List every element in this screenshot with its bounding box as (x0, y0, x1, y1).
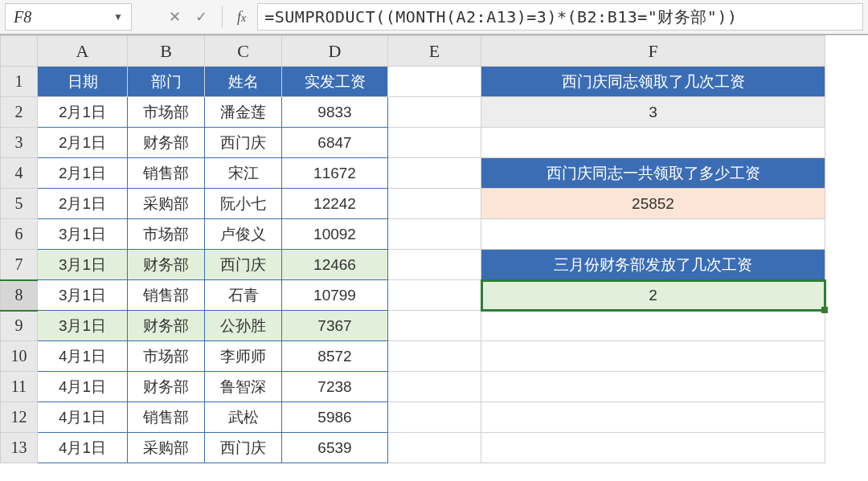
cell-C3[interactable]: 西门庆 (205, 128, 282, 158)
chevron-down-icon[interactable]: ▼ (113, 11, 123, 23)
cell-F9[interactable] (481, 311, 825, 341)
cell-B2[interactable]: 市场部 (128, 97, 205, 128)
cell-E6[interactable] (388, 219, 481, 250)
column-header-E[interactable]: E (388, 36, 481, 67)
summary-value-5[interactable]: 25852 (481, 189, 825, 219)
row-header-8[interactable]: 8 (1, 280, 38, 311)
table-header-D[interactable]: 实发工资 (282, 67, 388, 97)
cell-F12[interactable] (481, 402, 825, 433)
cell-D10[interactable]: 8572 (282, 341, 388, 372)
cell-E4[interactable] (388, 158, 481, 189)
cell-E13[interactable] (388, 433, 481, 463)
cell-E1[interactable] (388, 67, 481, 97)
cell-E9[interactable] (388, 311, 481, 341)
cell-A12[interactable]: 4月1日 (38, 402, 128, 433)
cell-A8[interactable]: 3月1日 (38, 280, 128, 311)
row-header-1[interactable]: 1 (1, 67, 38, 97)
summary-label-4[interactable]: 西门庆同志一共领取了多少工资 (481, 158, 825, 189)
column-header-C[interactable]: C (205, 36, 282, 67)
cell-C13[interactable]: 西门庆 (205, 433, 282, 463)
cell-D3[interactable]: 6847 (282, 128, 388, 158)
cell-A6[interactable]: 3月1日 (38, 219, 128, 250)
cell-B12[interactable]: 销售部 (128, 402, 205, 433)
row-header-5[interactable]: 5 (1, 189, 38, 219)
cell-D4[interactable]: 11672 (282, 158, 388, 189)
cell-E11[interactable] (388, 372, 481, 402)
cell-A9[interactable]: 3月1日 (38, 311, 128, 341)
row-header-3[interactable]: 3 (1, 128, 38, 158)
cell-B10[interactable]: 市场部 (128, 341, 205, 372)
column-header-A[interactable]: A (38, 36, 128, 67)
cell-F11[interactable] (481, 372, 825, 402)
cell-A3[interactable]: 2月1日 (38, 128, 128, 158)
cell-E3[interactable] (388, 128, 481, 158)
cell-B4[interactable]: 销售部 (128, 158, 205, 189)
cancel-icon[interactable]: ✕ (169, 8, 181, 26)
cell-E12[interactable] (388, 402, 481, 433)
cell-B13[interactable]: 采购部 (128, 433, 205, 463)
cell-A10[interactable]: 4月1日 (38, 341, 128, 372)
cell-E5[interactable] (388, 189, 481, 219)
cell-C11[interactable]: 鲁智深 (205, 372, 282, 402)
cell-C8[interactable]: 石青 (205, 280, 282, 311)
table-header-C[interactable]: 姓名 (205, 67, 282, 97)
cell-D6[interactable]: 10092 (282, 219, 388, 250)
cell-A7[interactable]: 3月1日 (38, 250, 128, 280)
row-header-9[interactable]: 9 (1, 311, 38, 341)
accept-icon[interactable]: ✓ (195, 8, 207, 26)
name-box[interactable]: F8 ▼ (5, 3, 132, 31)
cell-C5[interactable]: 阮小七 (205, 189, 282, 219)
cell-F3[interactable] (481, 128, 825, 158)
cell-C2[interactable]: 潘金莲 (205, 97, 282, 128)
cell-D7[interactable]: 12466 (282, 250, 388, 280)
row-header-11[interactable]: 11 (1, 372, 38, 402)
cell-E10[interactable] (388, 341, 481, 372)
spreadsheet-grid[interactable]: ABCDEF1日期部门姓名实发工资西门庆同志领取了几次工资22月1日市场部潘金莲… (0, 35, 868, 463)
row-header-10[interactable]: 10 (1, 341, 38, 372)
cell-B8[interactable]: 销售部 (128, 280, 205, 311)
cell-A13[interactable]: 4月1日 (38, 433, 128, 463)
row-header-7[interactable]: 7 (1, 250, 38, 280)
cell-F13[interactable] (481, 433, 825, 463)
cell-A11[interactable]: 4月1日 (38, 372, 128, 402)
cell-C10[interactable]: 李师师 (205, 341, 282, 372)
row-header-2[interactable]: 2 (1, 97, 38, 128)
cell-F10[interactable] (481, 341, 825, 372)
row-header-4[interactable]: 4 (1, 158, 38, 189)
select-all-corner[interactable] (1, 36, 38, 67)
cell-C9[interactable]: 公孙胜 (205, 311, 282, 341)
cell-C4[interactable]: 宋江 (205, 158, 282, 189)
cell-C7[interactable]: 西门庆 (205, 250, 282, 280)
fx-icon[interactable]: fx (237, 9, 246, 26)
cell-D9[interactable]: 7367 (282, 311, 388, 341)
cell-F6[interactable] (481, 219, 825, 250)
cell-B5[interactable]: 采购部 (128, 189, 205, 219)
cell-B9[interactable]: 财务部 (128, 311, 205, 341)
summary-value-2[interactable]: 3 (481, 97, 825, 128)
cell-D5[interactable]: 12242 (282, 189, 388, 219)
cell-B7[interactable]: 财务部 (128, 250, 205, 280)
cell-A5[interactable]: 2月1日 (38, 189, 128, 219)
summary-label-1[interactable]: 西门庆同志领取了几次工资 (481, 67, 825, 97)
cell-D2[interactable]: 9833 (282, 97, 388, 128)
row-header-6[interactable]: 6 (1, 219, 38, 250)
row-header-13[interactable]: 13 (1, 433, 38, 463)
column-header-F[interactable]: F (481, 36, 825, 67)
row-header-12[interactable]: 12 (1, 402, 38, 433)
cell-A2[interactable]: 2月1日 (38, 97, 128, 128)
table-header-A[interactable]: 日期 (38, 67, 128, 97)
cell-E8[interactable] (388, 280, 481, 311)
cell-D11[interactable]: 7238 (282, 372, 388, 402)
cell-B3[interactable]: 财务部 (128, 128, 205, 158)
cell-E2[interactable] (388, 97, 481, 128)
summary-value-8[interactable]: 2 (481, 280, 825, 311)
column-header-B[interactable]: B (128, 36, 205, 67)
cell-D12[interactable]: 5986 (282, 402, 388, 433)
cell-C12[interactable]: 武松 (205, 402, 282, 433)
cell-A4[interactable]: 2月1日 (38, 158, 128, 189)
summary-label-7[interactable]: 三月份财务部发放了几次工资 (481, 250, 825, 280)
cell-E7[interactable] (388, 250, 481, 280)
cell-C6[interactable]: 卢俊义 (205, 219, 282, 250)
cell-B6[interactable]: 市场部 (128, 219, 205, 250)
formula-input[interactable]: =SUMPRODUCT((MONTH(A2:A13)=3)*(B2:B13="财… (257, 3, 863, 31)
